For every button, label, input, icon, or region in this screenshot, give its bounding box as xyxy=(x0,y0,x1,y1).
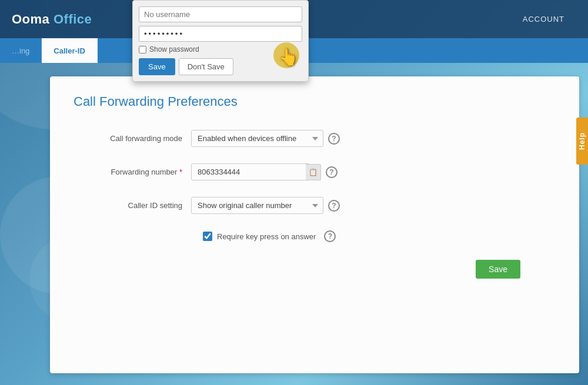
modal-dont-save-button[interactable]: Don't Save xyxy=(179,58,233,75)
modal-save-button[interactable]: Save xyxy=(139,58,175,75)
show-password-checkbox[interactable] xyxy=(139,46,146,53)
modal-buttons: Save Don't Save xyxy=(139,58,302,75)
show-password-row: Show password xyxy=(139,45,302,53)
username-input[interactable] xyxy=(139,6,302,22)
password-modal: Show password Save Don't Save xyxy=(132,0,309,82)
show-password-label[interactable]: Show password xyxy=(149,45,199,53)
modal-overlay: Show password Save Don't Save xyxy=(0,0,588,385)
password-input[interactable] xyxy=(139,26,302,42)
